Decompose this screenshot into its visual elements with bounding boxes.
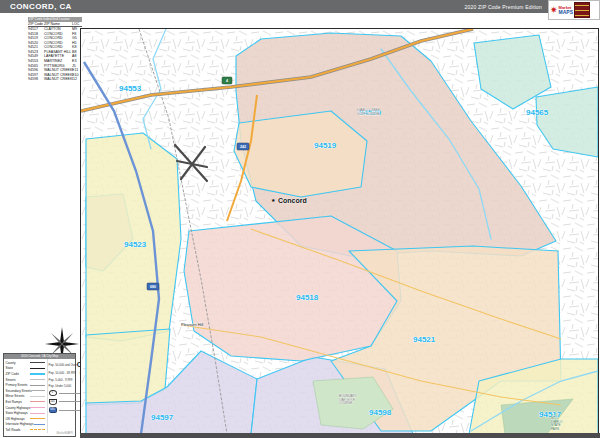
svg-text:242: 242 [240, 145, 246, 149]
logo-star-icon: ✷ [550, 6, 558, 15]
svg-text:4: 4 [226, 79, 228, 83]
zip-label-94598: 94598 [369, 408, 392, 417]
map-bottom-border [80, 433, 600, 438]
title-bar: CONCORD, CA 2020 ZIP Code Premium Editio… [0, 0, 548, 13]
us-hwy-line-sample [30, 418, 45, 419]
map-canvas: 4 242 680 94553 94520 94519 94565 94523 … [80, 28, 599, 435]
zip-label-94523: 94523 [124, 240, 147, 249]
city-star-icon: ★ [271, 197, 276, 203]
page-title: CONCORD, CA [10, 2, 72, 11]
state-hwy-line-sample [30, 413, 45, 414]
svg-text:COURSE: COURSE [339, 401, 352, 405]
primary-line-sample [30, 385, 45, 386]
svg-text:GOLF COURSE: GOLF COURSE [357, 112, 380, 116]
logo-badge [574, 2, 590, 18]
svg-text:680: 680 [150, 285, 156, 289]
zip-label-94565: 94565 [526, 108, 549, 117]
exit-line-sample [30, 401, 45, 402]
edition-label: 2020 ZIP Code Premium Edition [465, 4, 542, 10]
poi-label-diablo-creek-golf: DIABLO CREEK GOLF COURSE [357, 108, 381, 116]
zip-index-table: ZIP Code Index/Grid Locator ZIP Code ZIP… [28, 17, 82, 82]
col-zip-name: ZIP Name [44, 22, 72, 27]
county-line-sample [30, 362, 45, 363]
logo-word-bottom: MAPS [559, 10, 573, 14]
route-shield-4: 4 [222, 77, 232, 84]
secondary-line-sample [32, 390, 45, 391]
county-hwy-line-sample [30, 407, 44, 408]
route-shield-242: 242 [237, 143, 249, 150]
brand-logo: ✷ Market MAPS [548, 0, 600, 20]
legend-item: Toll Roads [6, 427, 47, 433]
minor-line-sample [30, 396, 45, 397]
city-label-pleasant-hill: Pleasant Hill [181, 322, 203, 327]
zip-label-94518: 94518 [296, 293, 319, 302]
interstate-line-sample [34, 424, 45, 425]
state-line-sample [30, 368, 45, 369]
route-shield-680: 680 [147, 283, 159, 290]
zip-line-sample [30, 373, 45, 375]
legend-footer: MarketMAPS [57, 431, 73, 435]
map-legend: 2020 Concord, CA City Map County State Z… [3, 353, 76, 437]
zip-label-94521: 94521 [413, 335, 436, 344]
col-zip-code: ZIP Code [28, 22, 44, 27]
zip-label-94597: 94597 [151, 413, 174, 422]
col-loc: LOC [72, 22, 82, 27]
zip-label-94553: 94553 [119, 84, 142, 93]
zip-region-94518 [184, 216, 401, 361]
svg-text:PARK: PARK [551, 427, 560, 431]
table-row: 94598WALNUT CREEKI12 [28, 77, 82, 82]
zip-label-94519: 94519 [314, 141, 337, 150]
toll-line-sample [30, 429, 45, 430]
city-label-concord: Concord [278, 197, 307, 204]
street-line-sample [30, 379, 45, 380]
